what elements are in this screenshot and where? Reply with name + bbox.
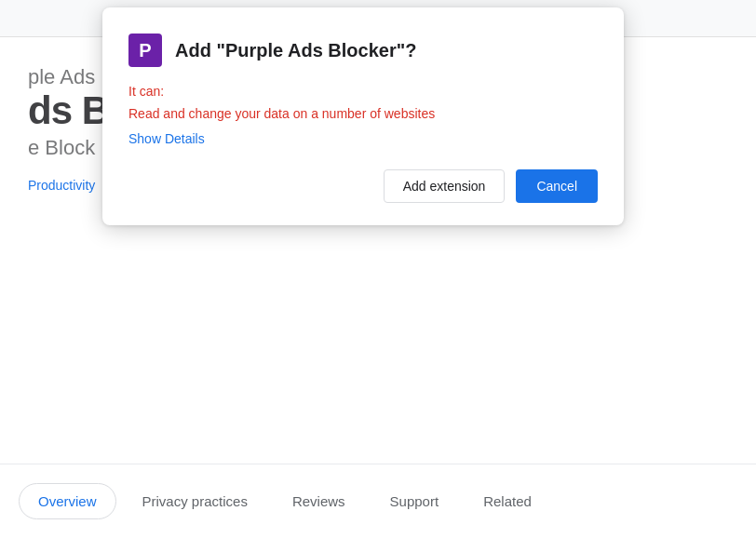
add-extension-button[interactable]: Add extension (384, 169, 506, 203)
extension-icon: P (128, 34, 162, 67)
tab-support[interactable]: Support (371, 484, 458, 518)
tab-related[interactable]: Related (465, 484, 550, 518)
dialog-title: Add "Purple Ads Blocker"? (175, 40, 416, 61)
tab-reviews[interactable]: Reviews (274, 484, 364, 518)
p-icon: P (128, 34, 162, 67)
it-can-label: It can: (128, 84, 598, 99)
tabs-bar: Overview Privacy practices Reviews Suppo… (0, 464, 756, 538)
dialog-title-name: "Purple Ads Blocker" (216, 40, 405, 61)
tab-privacy[interactable]: Privacy practices (124, 484, 266, 518)
dialog-title-prefix: Add (175, 40, 216, 61)
tab-overview[interactable]: Overview (19, 483, 116, 519)
category-label[interactable]: Productivity (28, 178, 95, 193)
cancel-button[interactable]: Cancel (516, 169, 598, 203)
dialog-header: P Add "Purple Ads Blocker"? (128, 34, 598, 67)
show-details-link[interactable]: Show Details (128, 131, 205, 146)
dialog-title-suffix: ? (405, 40, 416, 61)
dialog-body: It can: Read and change your data on a n… (128, 84, 598, 147)
dialog-actions: Add extension Cancel (128, 169, 598, 203)
add-extension-dialog: P Add "Purple Ads Blocker"? It can: Read… (102, 7, 624, 225)
permission-text: Read and change your data on a number of… (128, 106, 598, 121)
